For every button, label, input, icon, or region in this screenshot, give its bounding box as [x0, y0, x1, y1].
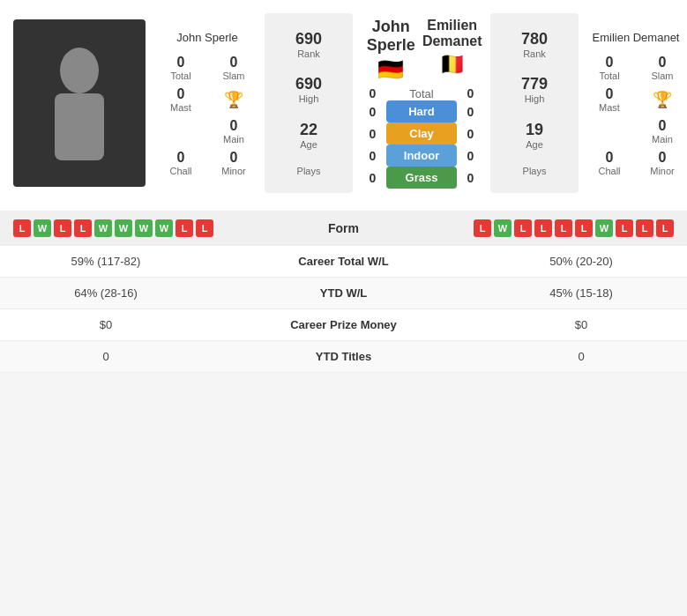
form-label: Form [309, 221, 379, 235]
left-main-value: 0 [230, 118, 238, 134]
right-high-label: High [521, 93, 548, 104]
right-chall-value: 0 [606, 150, 614, 166]
left-age-label: Age [300, 139, 317, 150]
indoor-score-right: 0 [464, 149, 477, 163]
right-minor-stat: 0 Minor [640, 150, 684, 176]
right-main-label: Main [652, 134, 673, 145]
clay-score-left: 0 [366, 127, 379, 141]
hard-score-right: 0 [464, 105, 477, 119]
left-main-stat: 0 Main [212, 118, 256, 145]
grass-button[interactable]: Grass [386, 167, 457, 189]
total-score-right: 0 [464, 86, 477, 100]
left-player-photo [9, 13, 150, 193]
comparison-row: $0 Career Prize Money $0 [0, 309, 687, 341]
left-form-badge: L [74, 219, 92, 237]
left-total-stat: 0 Total [159, 55, 203, 81]
comparison-right-val: 50% (20-20) [493, 255, 669, 268]
right-main-value: 0 [659, 118, 667, 134]
left-flag: 🇩🇪 [377, 57, 404, 82]
left-slam-stat: 0 Slam [212, 55, 256, 81]
left-slam-label: Slam [222, 71, 244, 81]
right-high-value: 779 [521, 75, 548, 93]
right-form-badge: L [656, 219, 674, 237]
left-form-badge: W [34, 219, 51, 237]
left-player-name: John Sperle [176, 31, 237, 44]
grass-score-right: 0 [464, 171, 477, 185]
right-plays-label: Plays [523, 166, 547, 176]
hard-button[interactable]: Hard [386, 100, 457, 122]
total-label: Total [386, 87, 457, 100]
left-player-info: John Sperle 0 Total 0 Slam 0 Mast 🏆 0 [154, 13, 260, 193]
left-high-value: 690 [295, 75, 322, 93]
right-plays-stat: Plays [523, 166, 547, 176]
right-rank-value: 780 [521, 30, 548, 48]
left-stats-grid: 0 Total 0 Slam 0 Mast 🏆 0 Main [159, 55, 256, 176]
comparison-rows: 59% (117-82) Career Total W/L 50% (20-20… [0, 246, 687, 373]
left-total-label: Total [170, 71, 190, 81]
comparison-row: 0 YTD Titles 0 [0, 341, 687, 373]
right-form-badge: L [575, 219, 593, 237]
comparison-row: 59% (117-82) Career Total W/L 50% (20-20… [0, 246, 687, 278]
right-form-badge: L [514, 219, 532, 237]
left-name-top: John Sperle [366, 18, 416, 55]
left-form-badge: W [94, 219, 112, 237]
comparison-row: 64% (28-16) YTD W/L 45% (15-18) [0, 278, 687, 309]
right-rank-stat: 780 Rank [521, 30, 548, 59]
left-minor-stat: 0 Minor [212, 150, 256, 176]
left-form-badge: L [54, 219, 71, 237]
right-high-stat: 779 High [521, 75, 548, 104]
right-player-info: Emilien Demanet 0 Total 0 Slam 0 Mast 🏆 [583, 13, 687, 193]
clay-row: 0 Clay 0 [366, 122, 477, 145]
clay-score-right: 0 [464, 127, 477, 141]
right-chall-label: Chall [598, 166, 620, 176]
comparison-left-val: 64% (28-16) [18, 286, 194, 300]
comparison-left-val: 0 [18, 350, 194, 363]
right-total-stat: 0 Total [587, 55, 631, 81]
left-chall-value: 0 [177, 150, 185, 166]
indoor-button[interactable]: Indoor [386, 145, 457, 167]
right-rank-label: Rank [521, 48, 548, 59]
right-form-badge: L [616, 219, 633, 237]
right-minor-value: 0 [659, 150, 667, 166]
top-section: John Sperle 0 Total 0 Slam 0 Mast 🏆 0 [0, 0, 687, 206]
left-form-badge: L [196, 219, 213, 237]
right-form-badge: L [534, 219, 552, 237]
clay-button[interactable]: Clay [386, 122, 457, 145]
left-mast-value: 0 [177, 86, 185, 102]
left-mast-stat: 0 Mast [159, 86, 203, 113]
right-minor-label: Minor [650, 166, 675, 176]
right-form-badge: L [636, 219, 653, 237]
middle-section: John Sperle 🇩🇪 Emilien Demanet 🇧🇪 0 Tota… [357, 13, 486, 193]
right-mast-stat: 0 Mast [587, 86, 631, 113]
hard-score-left: 0 [366, 105, 379, 119]
right-age-label: Age [526, 139, 543, 150]
right-total-label: Total [599, 71, 619, 81]
right-form-badge: W [595, 219, 613, 237]
total-row: 0 Total 0 [366, 86, 477, 100]
left-high-label: High [295, 93, 322, 104]
indoor-row: 0 Indoor 0 [366, 145, 477, 167]
left-form-badges: LWLLWWWWLL [13, 219, 213, 237]
hard-row: 0 Hard 0 [366, 100, 477, 122]
left-form-badge: L [175, 219, 193, 237]
left-total-value: 0 [177, 55, 185, 71]
left-plays-label: Plays [297, 166, 321, 176]
left-high-stat: 690 High [295, 75, 322, 104]
comparison-left-val: $0 [18, 318, 194, 331]
right-mast-label: Mast [599, 102, 620, 113]
left-minor-value: 0 [230, 150, 238, 166]
total-score-left: 0 [366, 86, 379, 100]
svg-rect-1 [55, 93, 104, 160]
right-form-badge: L [474, 219, 491, 237]
comparison-label: YTD Titles [194, 350, 493, 363]
grass-score-left: 0 [366, 171, 379, 185]
right-slam-label: Slam [651, 71, 673, 81]
left-plays-stat: Plays [297, 166, 321, 176]
left-form-badge: W [115, 219, 132, 237]
left-chall-stat: 0 Chall [159, 150, 203, 176]
right-mast-value: 0 [606, 86, 614, 102]
grass-row: 0 Grass 0 [366, 167, 477, 189]
left-form-badge: W [135, 219, 153, 237]
right-player-name: Emilien Demanet [593, 31, 680, 44]
left-trophy-icon: 🏆 [212, 86, 256, 113]
